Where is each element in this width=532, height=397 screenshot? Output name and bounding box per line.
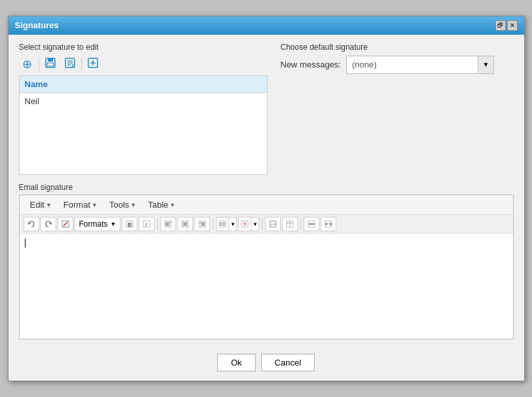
svg-rect-33 xyxy=(241,221,248,227)
redo-button[interactable] xyxy=(41,217,56,231)
editor-content-area[interactable] xyxy=(20,234,513,339)
save-signature-button[interactable] xyxy=(42,56,59,73)
dialog-body: Select signature to edit ⊕ xyxy=(9,35,524,348)
svg-rect-28 xyxy=(219,221,226,227)
tools-menu-label: Tools xyxy=(109,200,129,210)
source-button[interactable] xyxy=(321,217,336,231)
horizontal-rule-button[interactable] xyxy=(304,217,319,231)
toolbar-separator-5 xyxy=(262,218,262,230)
name-column-header: Name xyxy=(19,75,267,92)
save-icon xyxy=(44,57,56,71)
add-icon: ⊕ xyxy=(22,57,32,71)
cancel-button[interactable]: Cancel xyxy=(261,354,315,371)
text-cursor xyxy=(25,238,26,248)
restore-icon: 🗗 xyxy=(497,22,503,29)
svg-point-31 xyxy=(220,225,221,226)
editor-menubar: Edit ▼ Format ▼ Tools ▼ Table ▼ xyxy=(20,195,513,215)
add-signature-button[interactable]: ⊕ xyxy=(19,56,36,73)
new-messages-value: (none) xyxy=(347,57,478,72)
titlebar-controls: 🗗 ✕ xyxy=(495,20,518,31)
new-messages-row: New messages: (none) ▼ xyxy=(281,56,514,74)
list-button-group: ▼ xyxy=(216,217,237,231)
format-menu-button[interactable]: Format ▼ xyxy=(58,198,103,212)
bold-button[interactable]: B xyxy=(122,217,137,231)
table-menu-label: Table xyxy=(148,200,168,210)
rename-icon xyxy=(64,57,76,71)
svg-rect-34 xyxy=(270,221,276,227)
formats-arrow: ▼ xyxy=(111,221,116,227)
tools-menu-caret: ▼ xyxy=(130,202,136,208)
link-dropdown-arrow[interactable]: ▼ xyxy=(251,217,259,231)
formats-label: Formats xyxy=(79,219,108,229)
svg-text:B: B xyxy=(128,221,132,228)
ok-button[interactable]: Ok xyxy=(217,354,256,371)
italic-button[interactable]: I xyxy=(139,217,154,231)
dialog-title: Signatures xyxy=(15,20,59,30)
remove-format-button[interactable] xyxy=(58,217,73,231)
table-menu-button[interactable]: Table ▼ xyxy=(143,198,181,212)
email-sig-label: Email signature xyxy=(19,183,514,192)
new-messages-dropdown-arrow[interactable]: ▼ xyxy=(478,56,493,73)
svg-rect-1 xyxy=(48,58,53,62)
toolbar-separator-3 xyxy=(157,218,158,230)
list-dropdown-arrow[interactable]: ▼ xyxy=(229,217,237,231)
edit-menu-button[interactable]: Edit ▼ xyxy=(25,198,57,212)
svg-line-11 xyxy=(63,222,67,226)
toolbar-separator-4 xyxy=(213,218,213,230)
toolbar-separator-6 xyxy=(300,218,301,230)
svg-text:I: I xyxy=(145,221,147,228)
signature-list-table: Name Neil xyxy=(19,75,268,176)
rename-signature-button[interactable] xyxy=(62,56,79,73)
sig-toolbar: ⊕ xyxy=(19,56,268,73)
svg-point-29 xyxy=(220,223,221,224)
edit-menu-label: Edit xyxy=(30,200,44,210)
new-messages-dropdown[interactable]: (none) ▼ xyxy=(346,56,494,74)
table-row-empty xyxy=(19,109,267,175)
chevron-down-icon: ▼ xyxy=(483,61,489,68)
toolbar-separator-1 xyxy=(39,58,39,71)
left-panel: Select signature to edit ⊕ xyxy=(19,43,268,176)
editor-container: Edit ▼ Format ▼ Tools ▼ Table ▼ xyxy=(19,195,514,339)
table-menu-caret: ▼ xyxy=(169,202,175,208)
table-insert-button[interactable] xyxy=(282,217,298,231)
svg-rect-2 xyxy=(47,63,54,66)
format-menu-caret: ▼ xyxy=(92,202,98,208)
right-panel: Choose default signature New messages: (… xyxy=(281,43,514,176)
editor-toolbar: Formats ▼ B I xyxy=(20,215,513,234)
delete-icon xyxy=(87,57,99,71)
signatures-dialog: Signatures 🗗 ✕ Select signature to edit … xyxy=(8,16,525,382)
image-button[interactable] xyxy=(265,217,281,231)
align-right-button[interactable] xyxy=(194,217,210,231)
top-section: Select signature to edit ⊕ xyxy=(19,43,514,176)
signature-name-cell: Neil xyxy=(19,92,267,109)
unordered-list-button[interactable] xyxy=(216,217,229,231)
link-button-group: ▼ xyxy=(238,217,259,231)
formats-dropdown[interactable]: Formats ▼ xyxy=(75,217,121,231)
close-button[interactable]: ✕ xyxy=(507,20,518,31)
table-row[interactable]: Neil xyxy=(19,92,267,109)
link-button[interactable] xyxy=(238,217,251,231)
tools-menu-button[interactable]: Tools ▼ xyxy=(104,198,141,212)
undo-button[interactable] xyxy=(24,217,39,231)
edit-menu-caret: ▼ xyxy=(46,202,52,208)
dialog-footer: Ok Cancel xyxy=(9,347,524,381)
align-left-button[interactable] xyxy=(160,217,176,231)
titlebar: Signatures 🗗 ✕ xyxy=(9,16,524,35)
close-icon: ✕ xyxy=(510,22,515,29)
align-center-button[interactable] xyxy=(177,217,193,231)
empty-cell xyxy=(19,109,267,175)
restore-button[interactable]: 🗗 xyxy=(495,20,506,31)
format-menu-label: Format xyxy=(63,200,90,210)
choose-default-label: Choose default signature xyxy=(281,43,514,52)
email-signature-section: Email signature Edit ▼ Format ▼ Tools ▼ xyxy=(19,183,514,339)
delete-signature-button[interactable] xyxy=(84,56,101,73)
new-messages-label: New messages: xyxy=(281,60,341,69)
toolbar-separator-2 xyxy=(81,58,82,71)
select-sig-label: Select signature to edit xyxy=(19,43,268,52)
